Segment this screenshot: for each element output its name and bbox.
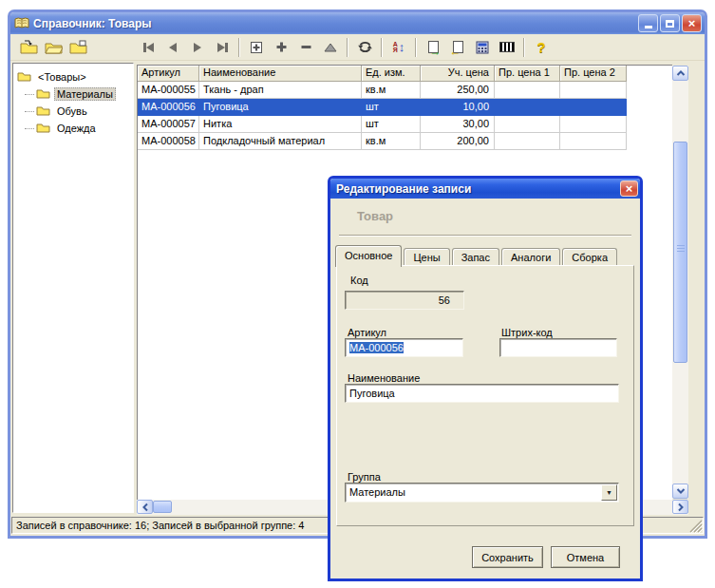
- help-button[interactable]: ?: [529, 36, 554, 58]
- chevron-up-icon: [676, 70, 686, 76]
- calculator-button[interactable]: [470, 36, 495, 58]
- maximize-button[interactable]: [660, 14, 680, 32]
- tab-zapas[interactable]: Запас: [452, 248, 499, 266]
- maximize-icon: [666, 20, 674, 28]
- toolbar-separator: [381, 38, 383, 57]
- toolbar-separator: [415, 38, 417, 57]
- tree-root[interactable]: <Товары>: [13, 68, 133, 85]
- group-tree: <Товары> Материалы Обувь Одежда: [12, 63, 134, 513]
- barcode-label: Штрих-код: [501, 327, 553, 338]
- folder-open-icon: [45, 40, 63, 54]
- article-label: Артикул: [348, 327, 386, 338]
- close-icon: ×: [626, 182, 633, 195]
- scroll-right-button[interactable]: [672, 500, 688, 514]
- nav-last-icon: [217, 43, 228, 52]
- column-header-pr-cena-2[interactable]: Пр. цена 2: [560, 66, 627, 82]
- tree-item-obuv[interactable]: Обувь: [13, 103, 133, 120]
- combo-dropdown-button[interactable]: ▼: [601, 484, 617, 501]
- folder-icon: [17, 70, 31, 84]
- help-icon: ?: [536, 39, 545, 55]
- insert-record-button[interactable]: [244, 36, 269, 58]
- edit-record-dialog: Редактирование записи × Товар Основное Ц…: [328, 176, 643, 581]
- tab-strip: Основное Цены Запас Аналоги Сборка: [335, 244, 617, 266]
- add-button[interactable]: [269, 36, 293, 58]
- book-icon: [14, 16, 29, 30]
- divider: [339, 235, 631, 237]
- tab-analogi[interactable]: Аналоги: [501, 248, 560, 266]
- dialog-title: Редактирование записи: [336, 182, 620, 196]
- chevron-right-icon: [678, 503, 684, 512]
- delete-button[interactable]: [293, 36, 318, 58]
- name-label: Наименование: [348, 372, 420, 384]
- move-up-button[interactable]: [318, 36, 343, 58]
- code-field[interactable]: 56: [345, 291, 464, 310]
- code-label: Код: [350, 275, 368, 286]
- nav-first-icon: [143, 43, 154, 52]
- folder-open-button[interactable]: [41, 36, 66, 58]
- selected-text: МА-000056: [349, 342, 404, 353]
- minimize-button[interactable]: [638, 14, 658, 32]
- dropdown-arrow-icon: ▼: [606, 489, 612, 496]
- article-field[interactable]: МА-000056: [345, 338, 463, 357]
- add-icon: [275, 41, 288, 53]
- group-combobox[interactable]: Материалы ▼: [345, 483, 619, 503]
- tab-osnovnoe[interactable]: Основное: [335, 245, 402, 267]
- tab-sborka[interactable]: Сборка: [562, 248, 617, 266]
- scroll-down-button[interactable]: [672, 484, 688, 499]
- folder-icon: [36, 104, 50, 118]
- vertical-scroll-thumb[interactable]: [673, 142, 687, 363]
- nav-last-button[interactable]: [210, 36, 235, 58]
- resize-grip[interactable]: [689, 520, 703, 533]
- table-row[interactable]: МА-000057 Нитка шт 30,00: [138, 116, 672, 133]
- nav-next-button[interactable]: [185, 36, 210, 58]
- desktop: Справочник: Товары ×: [0, 0, 715, 588]
- insert-record-icon: [250, 41, 263, 54]
- column-header-uch-cena[interactable]: Уч. цена: [421, 66, 495, 82]
- move-up-icon: [324, 43, 337, 52]
- folder-new-icon: [69, 40, 87, 54]
- main-titlebar[interactable]: Справочник: Товары ×: [10, 12, 705, 34]
- column-header-ed-izm[interactable]: Ед. изм.: [362, 66, 421, 82]
- nav-prev-button[interactable]: [160, 36, 185, 58]
- group-label: Группа: [348, 471, 381, 483]
- cancel-button[interactable]: Отмена: [551, 546, 620, 568]
- table-row[interactable]: МА-000058 Подкладочный материал кв.м 200…: [138, 133, 672, 150]
- barcode-icon: [499, 42, 515, 52]
- vertical-scrollbar[interactable]: [672, 66, 688, 499]
- horizontal-scroll-thumb[interactable]: [153, 501, 172, 513]
- tab-ceny[interactable]: Цены: [404, 248, 449, 266]
- toolbar-separator: [238, 38, 240, 57]
- close-button[interactable]: ×: [682, 14, 702, 32]
- column-header-artikul[interactable]: Артикул: [138, 66, 199, 82]
- folder-in-button[interactable]: [16, 36, 41, 58]
- tab-page-osnovnoe: Код 56 Артикул МА-000056 Штрих-код Наиме…: [336, 265, 634, 526]
- import-button[interactable]: ←: [445, 36, 470, 58]
- dialog-body: Товар Основное Цены Запас Аналоги Сборка…: [330, 199, 640, 579]
- sort-button[interactable]: АЯ↕: [386, 36, 411, 58]
- name-field[interactable]: Пуговица: [345, 384, 619, 403]
- window-title: Справочник: Товары: [33, 17, 638, 30]
- column-header-pr-cena-1[interactable]: Пр. цена 1: [495, 66, 560, 82]
- folder-icon: [36, 122, 50, 135]
- refresh-button[interactable]: [352, 36, 377, 58]
- tree-item-materialy[interactable]: Материалы: [13, 85, 133, 103]
- sort-az-icon: АЯ↕: [393, 41, 405, 53]
- toolbar-separator: [347, 38, 348, 57]
- column-header-naimenovanie[interactable]: Наименование: [199, 66, 362, 82]
- barcode-button[interactable]: [495, 36, 519, 58]
- scroll-up-button[interactable]: [672, 66, 688, 81]
- dialog-titlebar[interactable]: Редактирование записи ×: [330, 179, 640, 199]
- export-button[interactable]: →: [421, 36, 445, 58]
- folder-new-button[interactable]: [66, 36, 90, 58]
- tree-item-odezhda[interactable]: Одежда: [13, 120, 133, 137]
- delete-icon: [300, 41, 312, 53]
- nav-first-button[interactable]: [136, 36, 160, 58]
- dialog-close-button[interactable]: ×: [620, 180, 638, 197]
- table-row-selected[interactable]: МА-000056 Пуговица шт 10,00: [138, 99, 672, 116]
- scroll-left-button[interactable]: [137, 500, 153, 514]
- dialog-header-label: Товар: [357, 209, 393, 223]
- save-button[interactable]: Сохранить: [472, 546, 543, 568]
- barcode-field[interactable]: [499, 338, 617, 357]
- table-row[interactable]: МА-000055 Ткань - драп кв.м 250,00: [138, 82, 672, 99]
- nav-next-icon: [194, 43, 201, 52]
